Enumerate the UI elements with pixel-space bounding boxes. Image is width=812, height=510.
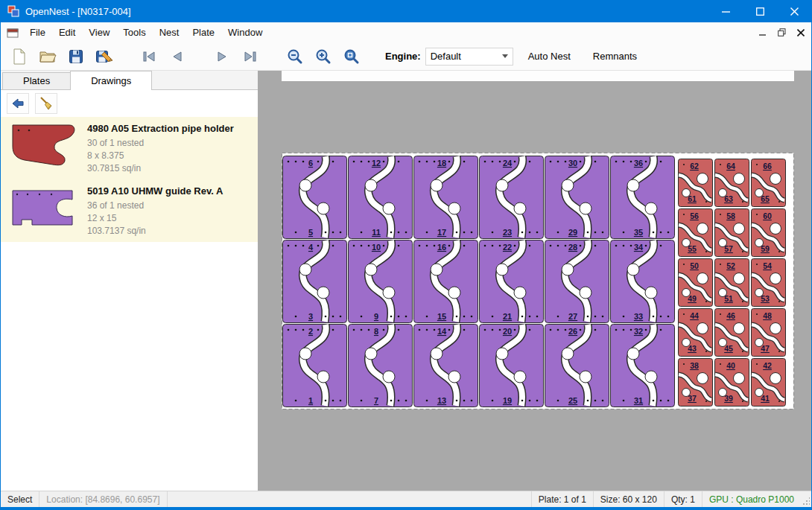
- svg-text:28: 28: [568, 243, 577, 252]
- svg-text:42: 42: [763, 361, 772, 370]
- svg-text:36: 36: [634, 159, 643, 168]
- zoom-out-button[interactable]: [283, 45, 307, 68]
- menu-plate[interactable]: Plate: [185, 22, 221, 42]
- svg-text:66: 66: [763, 162, 772, 170]
- save-button[interactable]: [64, 45, 88, 68]
- svg-text:30: 30: [568, 159, 577, 168]
- status-gpu: GPU : Quadro P1000: [702, 491, 801, 507]
- svg-text:2: 2: [308, 327, 313, 336]
- maximize-button[interactable]: [743, 0, 777, 22]
- next-plate-button[interactable]: [210, 45, 234, 68]
- engine-value: Default: [431, 51, 502, 62]
- nest-plate-canvas[interactable]: 6512111817242330293635431091615222128273…: [282, 153, 794, 409]
- tab-plates[interactable]: Plates: [2, 72, 71, 89]
- menu-window[interactable]: Window: [221, 22, 269, 42]
- minimize-button[interactable]: [708, 0, 743, 22]
- auto-nest-button[interactable]: Auto Nest: [521, 46, 578, 66]
- svg-text:65: 65: [761, 194, 770, 203]
- svg-text:34: 34: [634, 243, 644, 252]
- svg-text:12: 12: [372, 159, 381, 168]
- svg-text:45: 45: [724, 344, 733, 353]
- main-content: Plates Drawings: [1, 71, 811, 491]
- drawings-list: 4980 A05 Extraction pipe holder 30 of 1 …: [1, 117, 258, 491]
- svg-text:60: 60: [763, 211, 772, 220]
- zoom-out-icon: [287, 48, 303, 65]
- clear-button[interactable]: [35, 93, 57, 114]
- first-page-icon: [142, 51, 156, 63]
- svg-text:25: 25: [568, 396, 577, 405]
- drawing-nested-count: 36 of 1 nested: [87, 200, 223, 212]
- side-panel: Plates Drawings: [1, 71, 258, 491]
- menu-edit[interactable]: Edit: [52, 22, 82, 42]
- panel-tabstrip: Plates Drawings: [1, 71, 258, 90]
- nest-viewport[interactable]: 6512111817242330293635431091615222128273…: [258, 71, 811, 491]
- svg-text:24: 24: [503, 159, 513, 168]
- drawing-title: 4980 A05 Extraction pipe holder: [87, 123, 234, 134]
- first-plate-button[interactable]: [137, 45, 161, 68]
- back-arrow-icon: [10, 96, 25, 111]
- mdi-restore-button[interactable]: [773, 25, 790, 41]
- drawings-toolbar: [1, 90, 258, 117]
- menu-view[interactable]: View: [82, 22, 116, 42]
- svg-text:57: 57: [724, 244, 733, 253]
- window-title: OpenNest - [N0317-004]: [25, 6, 708, 17]
- minimize-icon: [722, 7, 730, 16]
- svg-text:38: 38: [690, 361, 699, 370]
- tab-drawings[interactable]: Drawings: [70, 71, 152, 90]
- svg-text:53: 53: [761, 294, 770, 303]
- svg-text:62: 62: [690, 162, 699, 170]
- save-as-button[interactable]: [92, 45, 116, 68]
- save-as-icon: [95, 48, 113, 65]
- svg-text:43: 43: [688, 344, 697, 353]
- svg-text:32: 32: [634, 327, 643, 336]
- send-to-plate-button[interactable]: [7, 93, 29, 114]
- drawing-info: 5019 A10 UHMW guide Rev. A 36 of 1 neste…: [87, 183, 223, 238]
- menu-tools[interactable]: Tools: [116, 22, 152, 42]
- new-button[interactable]: [7, 45, 31, 68]
- zoom-fit-icon: [343, 48, 360, 65]
- menu-file[interactable]: File: [23, 22, 52, 42]
- resize-grip-icon: [802, 497, 810, 506]
- svg-text:35: 35: [634, 228, 643, 237]
- status-mode: Select: [1, 491, 39, 507]
- open-folder-icon: [39, 49, 57, 64]
- remnants-button[interactable]: Remnants: [586, 46, 644, 66]
- last-plate-button[interactable]: [238, 45, 262, 68]
- svg-text:6: 6: [308, 159, 313, 168]
- engine-dropdown[interactable]: Default: [425, 48, 513, 66]
- mdi-close-button[interactable]: [792, 25, 810, 41]
- zoom-fit-button[interactable]: [340, 45, 364, 68]
- previous-plate-button[interactable]: [165, 45, 189, 68]
- svg-text:31: 31: [634, 396, 643, 405]
- open-button[interactable]: [36, 45, 60, 68]
- resize-grip[interactable]: [801, 491, 811, 507]
- close-icon: [790, 7, 799, 16]
- svg-text:41: 41: [761, 394, 770, 403]
- zoom-in-icon: [315, 48, 332, 65]
- title-bar: OpenNest - [N0317-004]: [1, 0, 811, 22]
- menu-bar: File Edit View Tools Nest Plate Window: [1, 22, 811, 42]
- svg-text:17: 17: [437, 228, 446, 237]
- mdi-minimize-button[interactable]: [753, 25, 771, 41]
- drawing-area: 30.7815 sq/in: [87, 162, 234, 175]
- drawing-size: 8 x 8.375: [87, 150, 234, 162]
- zoom-in-button[interactable]: [311, 45, 335, 68]
- svg-text:14: 14: [437, 327, 447, 336]
- svg-text:49: 49: [688, 294, 697, 303]
- status-qty: Qty: 1: [664, 491, 702, 507]
- close-button[interactable]: [777, 0, 811, 22]
- main-toolbar: Engine: Default Auto Nest Remnants: [1, 42, 811, 71]
- mdi-child-icon: [7, 27, 19, 39]
- drawing-item-uhmw-guide[interactable]: 5019 A10 UHMW guide Rev. A 36 of 1 neste…: [1, 179, 258, 242]
- menu-nest[interactable]: Nest: [153, 22, 186, 42]
- drawing-info: 4980 A05 Extraction pipe holder 30 of 1 …: [87, 121, 234, 175]
- app-window: OpenNest - [N0317-004] File Edit View To…: [0, 0, 812, 510]
- svg-text:15: 15: [437, 312, 446, 321]
- window-bottom-border: [1, 507, 811, 510]
- app-icon: [7, 5, 19, 17]
- mdi-minimize-icon: [759, 29, 766, 36]
- status-bar: Select Location: [84.8696, 60.6957] Plat…: [1, 491, 811, 507]
- svg-text:47: 47: [761, 344, 770, 353]
- svg-text:13: 13: [437, 396, 446, 405]
- drawing-item-extraction-pipe-holder[interactable]: 4980 A05 Extraction pipe holder 30 of 1 …: [1, 117, 258, 179]
